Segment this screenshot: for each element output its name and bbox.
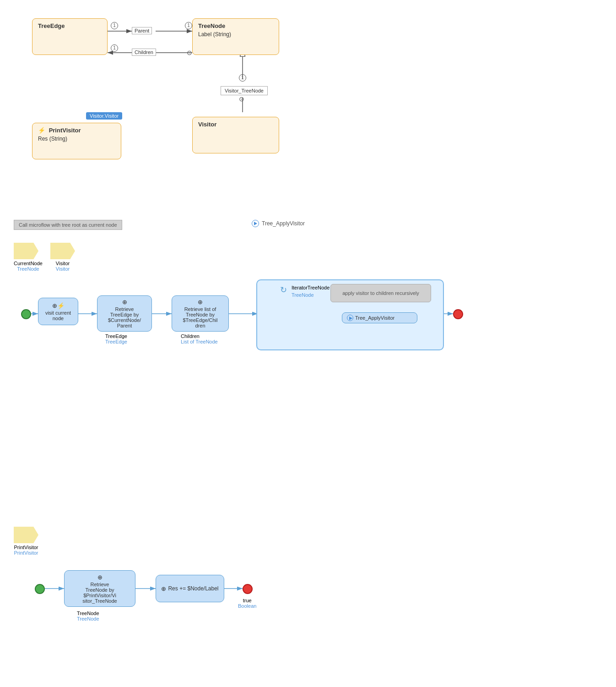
apply-visitor-box: apply visitor to children recursively <box>330 284 431 302</box>
current-node-param-type: TreeNode <box>14 266 43 272</box>
print-visitor-param-shape <box>14 527 38 543</box>
lightning-icon: ⚡ <box>38 127 45 134</box>
tree-node-title: TreeNode <box>198 22 273 29</box>
parent-multiplicity-left: 1 <box>111 22 118 29</box>
visitor-visitor-badge: Visitor.Visitor <box>86 112 122 120</box>
children-label: Children <box>132 49 156 56</box>
retrieve-tree-edge-node[interactable]: ⊕ Retrieve TreeEdge by $CurrentNode/ Par… <box>97 295 152 332</box>
res-action-text: Res += $Node/Label <box>168 585 218 592</box>
current-node-shape <box>14 243 38 259</box>
current-node-param: CurrentNode TreeNode <box>14 243 43 272</box>
retrieve-list-node[interactable]: ⊕ Retrieve list of TreeNode by $TreeEdge… <box>172 295 229 332</box>
visitor-param: Visitor Visitor <box>50 243 75 272</box>
flow-end-node <box>453 309 463 319</box>
retrieve-treenode-label: TreeNode TreeNode <box>77 611 99 622</box>
print-visitor-param: PrintVisitor PrintVisitor <box>14 527 38 556</box>
retrieve-tree-edge-text: Retrieve TreeEdge by $CurrentNode/ Paren… <box>108 306 141 328</box>
retrieve-tree-node-text: Retrieve TreeNode by $PrintVisitor/Vi si… <box>82 582 117 604</box>
visitor-tree-node-label: Visitor_TreeNode <box>221 86 268 95</box>
parent-label: Parent <box>132 27 152 34</box>
visit-current-node[interactable]: ⊕⚡ visit current node <box>38 298 78 325</box>
uml-tree-node: TreeNode Label (String) <box>192 18 279 55</box>
children-composition-icon: ⊙ <box>187 49 192 56</box>
current-node-param-name: CurrentNode <box>14 261 43 266</box>
print-visitor-title: ⚡ PrintVisitor <box>38 127 115 134</box>
print-visitor-attr: Res (String) <box>38 136 115 142</box>
tree-apply-visitor-title: Tree_ApplyVisitor <box>252 220 305 227</box>
print-visitor-param-type: PrintVisitor <box>14 550 38 556</box>
uml-visitor: Visitor <box>192 117 279 153</box>
print-flow-end <box>243 584 253 594</box>
visitor-treenode-mult: 1 <box>239 74 246 82</box>
uml-print-visitor: ⚡ PrintVisitor Res (String) <box>32 123 121 159</box>
print-visitor-param-name: PrintVisitor <box>14 545 38 550</box>
retrieve-list-label: Children List of TreeNode <box>181 333 218 344</box>
visitor-composition-icon: ⊙ <box>239 95 244 103</box>
print-flow-start <box>35 584 45 594</box>
visitor-title: Visitor <box>198 121 273 128</box>
play-icon-ref <box>347 315 353 321</box>
tree-node-attr-label: Label (String) <box>198 31 273 38</box>
retrieve-tree-node-box[interactable]: ⊕ Retrieve TreeNode by $PrintVisitor/Vi … <box>64 570 135 607</box>
iterator-type: TreeNode <box>292 292 314 298</box>
tree-apply-visitor-ref[interactable]: Tree_ApplyVisitor <box>342 312 417 323</box>
visitor-param-type: Visitor <box>50 266 75 272</box>
play-icon <box>252 220 259 227</box>
children-multiplicity-left: 1 <box>111 44 118 52</box>
flow-start-node <box>21 309 31 319</box>
visitor-param-name: Visitor <box>50 261 75 266</box>
visitor-param-shape <box>50 243 75 259</box>
retrieve-edge-label: TreeEdge TreeEdge <box>105 333 127 344</box>
iterator-tree-node-label: IteratorTreeNode <box>292 285 330 290</box>
result-true: true Boolean <box>238 598 256 609</box>
tree-edge-title: TreeEdge <box>38 22 102 29</box>
uml-tree-edge: TreeEdge <box>32 18 108 55</box>
res-action-box[interactable]: ⊕ Res += $Node/Label <box>156 575 224 602</box>
iterator-container: ↻ IteratorTreeNode TreeNode apply visito… <box>256 279 444 350</box>
retrieve-list-text: Retrieve list of TreeNode by $TreeEdge/C… <box>183 306 217 328</box>
iterator-icon: ↻ <box>280 285 287 295</box>
parent-multiplicity-right: 1 <box>185 22 192 29</box>
call-microflow-label: Call microflow with tree root as current… <box>14 220 122 230</box>
